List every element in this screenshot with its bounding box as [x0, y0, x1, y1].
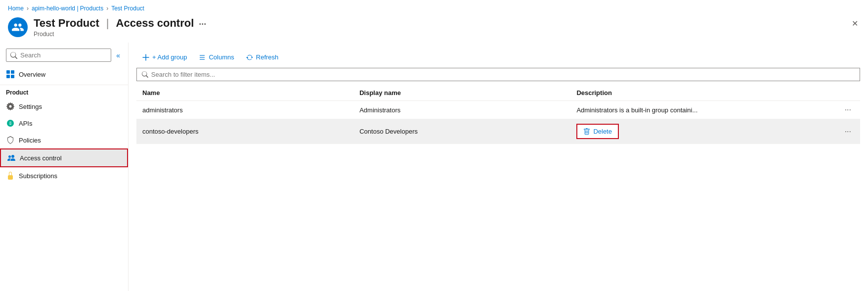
breadcrumb-test-product[interactable]: Test Product: [111, 5, 144, 12]
sidebar-item-label-subscriptions: Subscriptions: [19, 172, 57, 180]
row-name-contoso: contoso-developers: [136, 119, 353, 144]
sidebar-item-access-control[interactable]: Access control: [0, 148, 128, 167]
sidebar-item-overview[interactable]: Overview: [0, 66, 128, 83]
search-icon: [10, 52, 17, 59]
toolbar: + Add group Columns Refresh: [136, 47, 860, 68]
overview-icon: [6, 70, 15, 79]
delete-button[interactable]: Delete: [576, 124, 619, 139]
close-button[interactable]: ✕: [850, 17, 860, 30]
refresh-icon: [246, 54, 253, 61]
sidebar-item-label-overview: Overview: [19, 71, 45, 78]
breadcrumb-home[interactable]: Home: [8, 5, 24, 12]
policies-icon: [6, 136, 15, 145]
sidebar-item-policies[interactable]: Policies: [0, 132, 128, 148]
row-actions-administrators[interactable]: ···: [824, 101, 860, 119]
col-header-display-name: Display name: [353, 85, 570, 101]
sidebar-item-settings[interactable]: Settings: [0, 98, 128, 115]
svg-rect-1: [11, 70, 14, 74]
sidebar-search-area: «: [0, 45, 128, 66]
more-options-administrators[interactable]: ···: [842, 104, 854, 115]
add-group-button[interactable]: + Add group: [136, 50, 193, 64]
col-header-name: Name: [136, 85, 353, 101]
row-desc-contoso: Delete: [570, 119, 824, 144]
page-title-product: Test Product: [34, 17, 99, 30]
collapse-button[interactable]: «: [114, 49, 122, 61]
header-more-button[interactable]: ···: [199, 19, 206, 30]
search-input-box[interactable]: [6, 48, 111, 62]
columns-icon: [199, 54, 206, 61]
sidebar-item-label-policies: Policies: [19, 137, 41, 144]
breadcrumb-products[interactable]: apim-hello-world | Products: [32, 5, 103, 12]
add-icon: [142, 54, 149, 61]
more-options-contoso[interactable]: ···: [842, 126, 854, 137]
page-title-section: Access control: [116, 17, 194, 30]
sidebar-item-apis[interactable]: APIs: [0, 115, 128, 132]
svg-rect-0: [6, 70, 10, 74]
page-subtitle: Product: [34, 31, 206, 38]
columns-button[interactable]: Columns: [193, 50, 240, 64]
apis-icon: [6, 119, 15, 128]
sidebar: « Overview Product Settings: [0, 43, 129, 291]
refresh-button[interactable]: Refresh: [240, 50, 285, 64]
filter-search-icon: [142, 71, 148, 78]
settings-icon: [6, 102, 15, 111]
table-row: contoso-developers Contoso Developers De…: [136, 119, 860, 144]
page-header: Test Product | Access control ··· Produc…: [0, 15, 868, 43]
access-control-icon: [7, 153, 16, 162]
sidebar-item-label-access-control: Access control: [20, 154, 62, 162]
row-display-administrators: Administrators: [353, 101, 570, 119]
trash-icon: [583, 128, 590, 135]
right-panel: + Add group Columns Refresh: [129, 43, 868, 291]
row-display-contoso: Contoso Developers: [353, 119, 570, 144]
row-desc-administrators: Administrators is a built-in group conta…: [570, 101, 824, 119]
sidebar-item-subscriptions[interactable]: Subscriptions: [0, 167, 128, 184]
subscriptions-icon: [6, 171, 15, 180]
col-header-actions: [824, 85, 860, 101]
filter-input[interactable]: [151, 71, 855, 78]
sidebar-item-label-settings: Settings: [19, 103, 42, 110]
svg-rect-2: [6, 75, 10, 78]
col-header-description: Description: [570, 85, 824, 101]
row-name-administrators: administrators: [136, 101, 353, 119]
table-row: administrators Administrators Administra…: [136, 101, 860, 119]
sidebar-item-label-apis: APIs: [19, 120, 32, 127]
filter-search-box[interactable]: [136, 68, 860, 81]
svg-rect-3: [11, 75, 14, 78]
access-control-table: Name Display name Description administra…: [136, 85, 860, 144]
sidebar-section-product: Product: [0, 85, 128, 98]
avatar: [8, 17, 28, 37]
breadcrumb: Home › apim-hello-world | Products › Tes…: [0, 0, 868, 15]
search-input[interactable]: [20, 51, 107, 59]
row-actions-contoso[interactable]: ···: [824, 119, 860, 144]
